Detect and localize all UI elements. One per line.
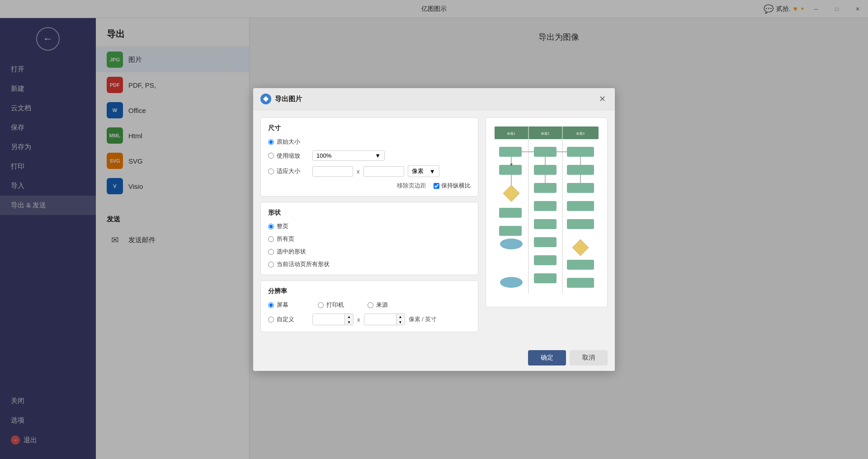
- dialog-footer: 确定 取消: [253, 345, 615, 371]
- shape-all-radio[interactable]: [268, 236, 274, 242]
- resolution-section-title: 分辨率: [268, 287, 471, 295]
- ok-button[interactable]: 确定: [528, 350, 566, 365]
- dialog-close-button[interactable]: ✕: [597, 94, 608, 104]
- shape-section: 形状 整页 所有页: [260, 202, 478, 275]
- svg-rect-32: [567, 278, 594, 288]
- svg-point-15: [500, 239, 523, 249]
- svg-rect-28: [567, 201, 594, 211]
- dialog-body: 尺寸 原始大小 使用缩放 100%: [253, 110, 615, 345]
- svg-text:标题1: 标题1: [507, 132, 515, 135]
- svg-rect-19: [534, 183, 557, 193]
- export-image-dialog: 导出图片 ✕ 尺寸 原始大小: [253, 88, 615, 371]
- svg-rect-21: [534, 219, 557, 229]
- size-original-row: 原始大小: [268, 138, 471, 146]
- svg-rect-20: [534, 201, 557, 211]
- scale-select[interactable]: 100% ▼: [312, 150, 385, 161]
- shape-full-row: 整页: [268, 222, 471, 230]
- size-x-label: x: [357, 168, 360, 175]
- svg-text:标题3: 标题3: [576, 132, 585, 135]
- svg-rect-14: [499, 226, 522, 236]
- resolution-custom-label[interactable]: 自定义: [268, 315, 309, 323]
- keep-ratio-checkbox[interactable]: [434, 183, 439, 189]
- svg-rect-10: [499, 147, 522, 157]
- resolution-width-spinner[interactable]: 96 ▲ ▼: [312, 314, 354, 325]
- shape-section-title: 形状: [268, 209, 471, 217]
- size-fit-label[interactable]: 适应大小: [268, 167, 309, 175]
- dialog-header-left: 导出图片: [260, 94, 302, 104]
- resolution-options-row: 屏幕 打印机 来源: [268, 301, 471, 309]
- size-scale-label[interactable]: 使用缩放: [268, 152, 309, 160]
- resolution-printer-radio[interactable]: [318, 302, 324, 308]
- size-section: 尺寸 原始大小 使用缩放 100%: [260, 117, 478, 197]
- resolution-width-spinner-btns: ▲ ▼: [344, 314, 353, 325]
- svg-rect-25: [567, 147, 594, 157]
- resolution-screen-radio[interactable]: [268, 302, 274, 308]
- shape-active-label[interactable]: 当前活动页所有形状: [268, 260, 349, 268]
- preview-diagram: 标题1 标题2 标题3: [490, 122, 603, 303]
- resolution-custom-row: 自定义 96 ▲ ▼ x 96: [268, 314, 471, 325]
- resolution-unit-label: 像素 / 英寸: [409, 315, 437, 323]
- shape-active-radio[interactable]: [268, 262, 274, 267]
- dialog-icon: [260, 94, 271, 104]
- dialog-preview: 标题1 标题2 标题3: [486, 117, 608, 337]
- size-unit-select[interactable]: 像素 ▼: [408, 165, 439, 177]
- size-scale-row: 使用缩放 100% ▼: [268, 150, 471, 161]
- svg-rect-17: [534, 147, 557, 157]
- size-scale-radio[interactable]: [268, 153, 274, 159]
- svg-text:标题2: 标题2: [541, 132, 549, 135]
- svg-rect-26: [567, 165, 594, 175]
- resolution-x-label: x: [357, 316, 360, 323]
- resolution-width-input[interactable]: 96: [313, 314, 344, 325]
- svg-rect-24: [534, 273, 557, 283]
- dialog-title: 导出图片: [275, 95, 302, 103]
- preview-box: 标题1 标题2 标题3: [486, 117, 608, 307]
- size-fit-radio[interactable]: [268, 169, 274, 174]
- dialog-header: 导出图片 ✕: [253, 88, 615, 110]
- resolution-height-spinner-btns: ▲ ▼: [396, 314, 405, 325]
- shape-selected-label[interactable]: 选中的形状: [268, 248, 309, 256]
- remove-margin-button[interactable]: 移除页边距: [397, 182, 426, 190]
- shape-full-label[interactable]: 整页: [268, 222, 309, 230]
- resolution-height-spinner[interactable]: 96 ▲ ▼: [364, 314, 405, 325]
- keep-ratio-label[interactable]: 保持纵横比: [434, 182, 471, 190]
- resolution-section: 分辨率 屏幕 打印机 来源: [260, 281, 478, 332]
- resolution-printer-label[interactable]: 打印机: [318, 301, 359, 309]
- resolution-height-input[interactable]: 96: [364, 314, 396, 325]
- shape-all-row: 所有页: [268, 235, 471, 243]
- resolution-height-up[interactable]: ▲: [396, 314, 405, 319]
- shape-selected-row: 选中的形状: [268, 248, 471, 256]
- size-width-input[interactable]: 984: [312, 166, 353, 177]
- resolution-source-radio[interactable]: [368, 302, 373, 308]
- resolution-source-label[interactable]: 来源: [368, 301, 408, 309]
- shape-all-label[interactable]: 所有页: [268, 235, 309, 243]
- resolution-width-down[interactable]: ▼: [345, 319, 353, 325]
- dialog-form: 尺寸 原始大小 使用缩放 100%: [260, 117, 478, 337]
- resolution-height-down[interactable]: ▼: [396, 319, 405, 325]
- shape-active-row: 当前活动页所有形状: [268, 260, 471, 268]
- shape-full-radio[interactable]: [268, 224, 274, 230]
- svg-rect-13: [499, 208, 522, 218]
- dialog-overlay: 导出图片 ✕ 尺寸 原始大小: [0, 0, 868, 459]
- size-original-radio[interactable]: [268, 139, 274, 145]
- svg-rect-22: [534, 237, 557, 247]
- size-section-title: 尺寸: [268, 124, 471, 132]
- svg-rect-31: [567, 260, 594, 270]
- size-original-label[interactable]: 原始大小: [268, 138, 309, 146]
- resolution-width-up[interactable]: ▲: [345, 314, 353, 319]
- svg-rect-27: [567, 183, 594, 193]
- resolution-screen-label[interactable]: 屏幕: [268, 301, 309, 309]
- svg-rect-18: [534, 165, 557, 175]
- svg-rect-29: [567, 219, 594, 229]
- size-options-row: 移除页边距 保持纵横比: [268, 182, 471, 190]
- cancel-button[interactable]: 取消: [570, 350, 608, 365]
- svg-rect-23: [534, 255, 557, 265]
- svg-rect-11: [499, 165, 522, 175]
- svg-point-16: [500, 277, 523, 288]
- resolution-custom-radio[interactable]: [268, 317, 274, 323]
- size-fit-row: 适应大小 984 x 1245 像素 ▼: [268, 165, 471, 177]
- size-height-input[interactable]: 1245: [363, 166, 404, 177]
- shape-selected-radio[interactable]: [268, 249, 274, 255]
